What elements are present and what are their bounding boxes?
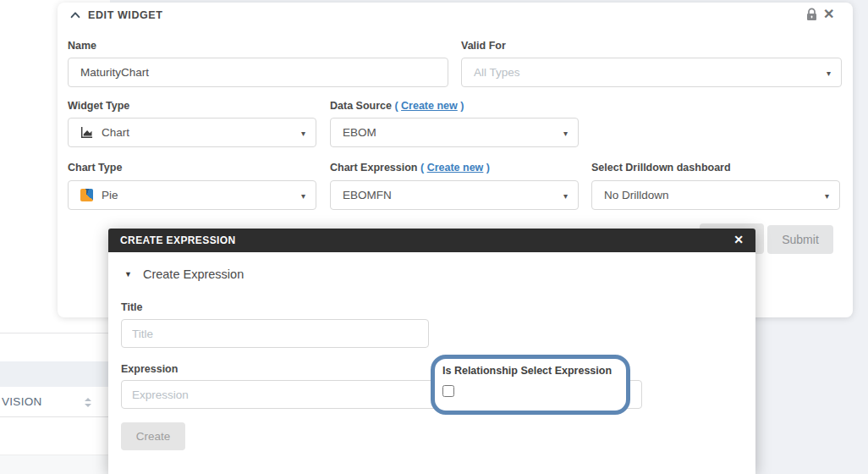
expression-label: Expression	[121, 363, 178, 375]
name-field-box	[68, 58, 448, 87]
lock-icon[interactable]	[805, 8, 818, 21]
drilldown-label: Select Drilldown dashboard	[591, 162, 731, 174]
data-source-label: Data Source ( Create new )	[330, 100, 464, 112]
relationship-checkbox[interactable]	[442, 385, 454, 397]
chart-expression-create-new-link[interactable]: Create new	[427, 162, 484, 174]
caret-down-icon: ▾	[301, 128, 305, 137]
caret-down-icon: ▾	[825, 190, 829, 200]
valid-for-dropdown[interactable]: All Types ▾	[461, 58, 842, 87]
name-label: Name	[68, 40, 96, 52]
create-expression-modal: CREATE EXPRESSION ✕ ▼ Create Expression …	[108, 229, 755, 474]
data-source-create-new-link[interactable]: Create new	[401, 100, 458, 112]
valid-for-placeholder: All Types	[474, 66, 520, 79]
modal-header: CREATE EXPRESSION ✕	[108, 229, 755, 252]
widget-type-dropdown[interactable]: Chart ▾	[68, 118, 316, 147]
table-column-header-row[interactable]: VISION	[0, 387, 110, 417]
chart-type-label: Chart Type	[68, 162, 122, 174]
pie-chart-icon	[80, 189, 93, 201]
caret-down-icon: ▾	[563, 190, 568, 200]
drilldown-dropdown[interactable]: No Drilldown ▾	[591, 180, 840, 210]
chart-expression-dropdown[interactable]: EBOMFN ▾	[330, 180, 579, 210]
caret-down-icon: ▾	[563, 128, 568, 137]
panel-title: EDIT WIDGET	[88, 9, 163, 21]
relationship-highlight-ring: Is Relationship Select Expression	[431, 355, 630, 415]
section-title: Create Expression	[143, 267, 244, 281]
chart-expression-label: Chart Expression ( Create new )	[330, 162, 490, 174]
caret-down-icon: ▾	[827, 68, 831, 77]
data-source-value: EBOM	[343, 126, 376, 139]
title-label: Title	[121, 301, 142, 313]
sort-arrows-icon[interactable]	[85, 398, 91, 407]
collapse-chevron-up-icon[interactable]	[69, 9, 81, 21]
area-chart-icon	[80, 126, 93, 139]
title-input[interactable]	[121, 319, 429, 348]
chart-type-value: Pie	[102, 189, 118, 201]
table-row-divider	[0, 333, 110, 333]
column-header-label: VISION	[0, 395, 42, 408]
create-button[interactable]: Create	[121, 422, 185, 450]
relationship-label: Is Relationship Select Expression	[442, 365, 626, 377]
chart-expression-value: EBOMFN	[343, 189, 392, 201]
chart-type-dropdown[interactable]: Pie ▾	[68, 180, 316, 210]
section-caret-down-icon: ▼	[124, 270, 132, 278]
table-gray-band	[0, 361, 110, 387]
data-source-dropdown[interactable]: EBOM ▾	[330, 118, 579, 147]
panel-close-icon[interactable]: ✕	[823, 6, 834, 22]
modal-title: CREATE EXPRESSION	[108, 234, 236, 246]
valid-for-label: Valid For	[461, 40, 506, 52]
widget-type-value: Chart	[102, 126, 129, 139]
table-footer-band	[0, 455, 110, 474]
modal-close-icon[interactable]: ✕	[733, 233, 744, 246]
name-input[interactable]	[80, 66, 436, 79]
caret-down-icon: ▾	[301, 190, 305, 200]
modal-body: ▼ Create Expression Title Expression Is …	[108, 252, 755, 474]
submit-button[interactable]: Submit	[767, 225, 833, 254]
create-expression-section-toggle[interactable]: ▼ Create Expression	[124, 267, 244, 281]
drilldown-value: No Drilldown	[604, 189, 669, 201]
widget-type-label: Widget Type	[68, 100, 129, 112]
